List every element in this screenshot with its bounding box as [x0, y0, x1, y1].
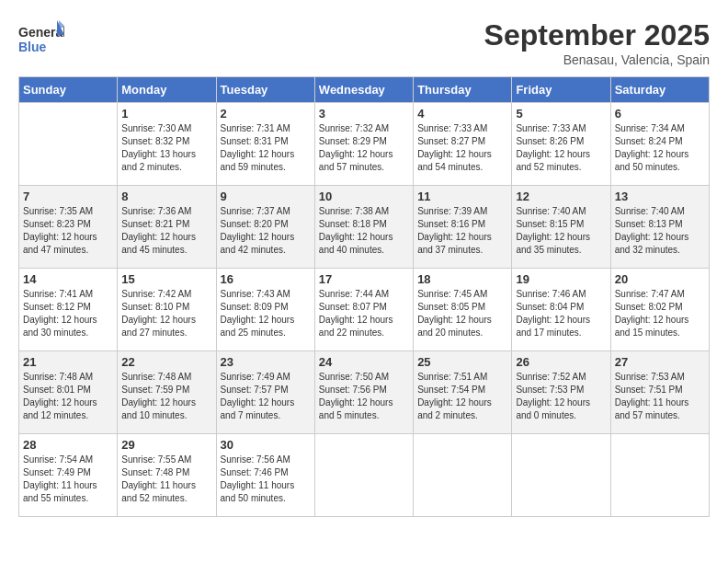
calendar-cell: 5Sunrise: 7:33 AM Sunset: 8:26 PM Daylig… [512, 103, 610, 186]
calendar-cell [512, 434, 610, 517]
day-number: 16 [221, 272, 311, 286]
calendar-cell: 10Sunrise: 7:38 AM Sunset: 8:18 PM Dayli… [314, 186, 413, 269]
weekday-header-row: SundayMondayTuesdayWednesdayThursdayFrid… [19, 77, 710, 103]
day-info: Sunrise: 7:39 AM Sunset: 8:16 PM Dayligh… [417, 205, 507, 257]
day-number: 28 [23, 438, 113, 452]
title-block: September 2025 Benasau, Valencia, Spain [484, 18, 710, 67]
day-number: 9 [221, 190, 311, 203]
day-info: Sunrise: 7:33 AM Sunset: 8:26 PM Dayligh… [516, 122, 606, 174]
day-info: Sunrise: 7:52 AM Sunset: 7:53 PM Dayligh… [516, 371, 606, 422]
day-number: 18 [417, 272, 507, 286]
day-number: 2 [221, 107, 311, 121]
day-info: Sunrise: 7:56 AM Sunset: 7:46 PM Dayligh… [221, 454, 311, 505]
weekday-header-thursday: Thursday [414, 77, 512, 103]
day-number: 6 [615, 107, 705, 121]
day-info: Sunrise: 7:40 AM Sunset: 8:15 PM Dayligh… [516, 205, 606, 257]
day-number: 11 [417, 190, 507, 203]
week-row-4: 28Sunrise: 7:54 AM Sunset: 7:49 PM Dayli… [19, 434, 710, 517]
day-number: 17 [319, 272, 409, 286]
calendar-cell: 4Sunrise: 7:33 AM Sunset: 8:27 PM Daylig… [414, 103, 512, 186]
week-row-1: 7Sunrise: 7:35 AM Sunset: 8:23 PM Daylig… [19, 186, 710, 269]
calendar-cell [314, 434, 413, 517]
day-info: Sunrise: 7:43 AM Sunset: 8:09 PM Dayligh… [221, 288, 311, 339]
day-number: 30 [221, 438, 311, 452]
weekday-header-wednesday: Wednesday [314, 77, 413, 103]
page-header: General Blue September 2025 Benasau, Val… [18, 18, 710, 67]
day-number: 10 [319, 190, 409, 203]
weekday-header-sunday: Sunday [19, 77, 118, 103]
day-info: Sunrise: 7:45 AM Sunset: 8:05 PM Dayligh… [417, 288, 507, 339]
calendar-cell: 8Sunrise: 7:36 AM Sunset: 8:21 PM Daylig… [118, 186, 216, 269]
svg-text:Blue: Blue [18, 40, 47, 54]
day-number: 19 [516, 272, 606, 286]
day-number: 21 [23, 355, 113, 369]
day-info: Sunrise: 7:51 AM Sunset: 7:54 PM Dayligh… [417, 371, 507, 422]
day-info: Sunrise: 7:35 AM Sunset: 8:23 PM Dayligh… [23, 205, 113, 257]
weekday-header-monday: Monday [118, 77, 216, 103]
calendar-cell: 1Sunrise: 7:30 AM Sunset: 8:32 PM Daylig… [118, 103, 216, 186]
day-info: Sunrise: 7:49 AM Sunset: 7:57 PM Dayligh… [221, 371, 311, 422]
day-number: 27 [615, 355, 705, 369]
day-number: 15 [121, 272, 211, 286]
calendar-cell [414, 434, 512, 517]
day-number: 3 [319, 107, 409, 121]
calendar-cell: 14Sunrise: 7:41 AM Sunset: 8:12 PM Dayli… [19, 269, 118, 351]
day-info: Sunrise: 7:48 AM Sunset: 7:59 PM Dayligh… [121, 371, 211, 422]
weekday-header-saturday: Saturday [610, 77, 709, 103]
day-number: 24 [319, 355, 409, 369]
day-number: 12 [516, 190, 606, 203]
day-number: 4 [417, 107, 507, 121]
week-row-0: 1Sunrise: 7:30 AM Sunset: 8:32 PM Daylig… [19, 103, 710, 186]
day-info: Sunrise: 7:38 AM Sunset: 8:18 PM Dayligh… [319, 205, 409, 257]
calendar-cell: 27Sunrise: 7:53 AM Sunset: 7:51 PM Dayli… [610, 351, 709, 434]
day-info: Sunrise: 7:48 AM Sunset: 8:01 PM Dayligh… [23, 371, 113, 422]
calendar-cell [19, 103, 118, 186]
day-info: Sunrise: 7:37 AM Sunset: 8:20 PM Dayligh… [221, 205, 311, 257]
day-info: Sunrise: 7:50 AM Sunset: 7:56 PM Dayligh… [319, 371, 409, 422]
calendar-cell: 7Sunrise: 7:35 AM Sunset: 8:23 PM Daylig… [19, 186, 118, 269]
day-number: 23 [221, 355, 311, 369]
day-info: Sunrise: 7:36 AM Sunset: 8:21 PM Dayligh… [121, 205, 211, 257]
calendar-cell: 18Sunrise: 7:45 AM Sunset: 8:05 PM Dayli… [414, 269, 512, 351]
day-number: 25 [417, 355, 507, 369]
logo-icon: General Blue [18, 18, 64, 60]
day-info: Sunrise: 7:33 AM Sunset: 8:27 PM Dayligh… [417, 122, 507, 174]
day-number: 14 [23, 272, 113, 286]
day-info: Sunrise: 7:40 AM Sunset: 8:13 PM Dayligh… [615, 205, 705, 257]
calendar-cell: 19Sunrise: 7:46 AM Sunset: 8:04 PM Dayli… [512, 269, 610, 351]
day-info: Sunrise: 7:44 AM Sunset: 8:07 PM Dayligh… [319, 288, 409, 339]
day-info: Sunrise: 7:34 AM Sunset: 8:24 PM Dayligh… [615, 122, 705, 174]
day-number: 13 [615, 190, 705, 203]
day-info: Sunrise: 7:54 AM Sunset: 7:49 PM Dayligh… [23, 454, 113, 505]
calendar-cell: 12Sunrise: 7:40 AM Sunset: 8:15 PM Dayli… [512, 186, 610, 269]
calendar-cell: 20Sunrise: 7:47 AM Sunset: 8:02 PM Dayli… [610, 269, 709, 351]
day-number: 5 [516, 107, 606, 121]
calendar-cell: 15Sunrise: 7:42 AM Sunset: 8:10 PM Dayli… [118, 269, 216, 351]
day-info: Sunrise: 7:31 AM Sunset: 8:31 PM Dayligh… [221, 122, 311, 174]
calendar-cell: 13Sunrise: 7:40 AM Sunset: 8:13 PM Dayli… [610, 186, 709, 269]
day-info: Sunrise: 7:46 AM Sunset: 8:04 PM Dayligh… [516, 288, 606, 339]
month-title: September 2025 [484, 18, 710, 52]
calendar-cell: 28Sunrise: 7:54 AM Sunset: 7:49 PM Dayli… [19, 434, 118, 517]
day-number: 26 [516, 355, 606, 369]
day-number: 20 [615, 272, 705, 286]
location-subtitle: Benasau, Valencia, Spain [484, 52, 710, 67]
calendar-cell: 24Sunrise: 7:50 AM Sunset: 7:56 PM Dayli… [314, 351, 413, 434]
day-number: 1 [121, 107, 211, 121]
calendar-cell: 25Sunrise: 7:51 AM Sunset: 7:54 PM Dayli… [414, 351, 512, 434]
day-info: Sunrise: 7:53 AM Sunset: 7:51 PM Dayligh… [615, 371, 705, 422]
weekday-header-tuesday: Tuesday [216, 77, 314, 103]
day-info: Sunrise: 7:32 AM Sunset: 8:29 PM Dayligh… [319, 122, 409, 174]
calendar-cell: 22Sunrise: 7:48 AM Sunset: 7:59 PM Dayli… [118, 351, 216, 434]
week-row-2: 14Sunrise: 7:41 AM Sunset: 8:12 PM Dayli… [19, 269, 710, 351]
calendar-cell: 26Sunrise: 7:52 AM Sunset: 7:53 PM Dayli… [512, 351, 610, 434]
calendar-cell: 17Sunrise: 7:44 AM Sunset: 8:07 PM Dayli… [314, 269, 413, 351]
calendar-cell: 23Sunrise: 7:49 AM Sunset: 7:57 PM Dayli… [216, 351, 314, 434]
day-info: Sunrise: 7:47 AM Sunset: 8:02 PM Dayligh… [615, 288, 705, 339]
weekday-header-friday: Friday [512, 77, 610, 103]
calendar-cell: 21Sunrise: 7:48 AM Sunset: 8:01 PM Dayli… [19, 351, 118, 434]
calendar-table: SundayMondayTuesdayWednesdayThursdayFrid… [18, 76, 710, 517]
calendar-cell: 6Sunrise: 7:34 AM Sunset: 8:24 PM Daylig… [610, 103, 709, 186]
day-number: 22 [121, 355, 211, 369]
calendar-cell: 9Sunrise: 7:37 AM Sunset: 8:20 PM Daylig… [216, 186, 314, 269]
